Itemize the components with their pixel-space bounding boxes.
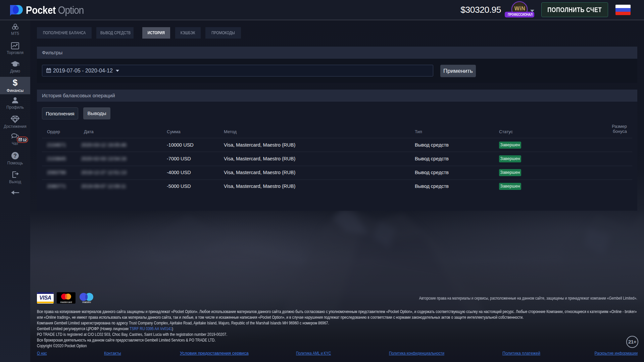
svg-text:12: 12 [23,138,27,142]
svg-text:?: ? [13,153,17,159]
svg-text:$: $ [13,78,18,87]
svg-text:5: 5 [14,26,16,28]
